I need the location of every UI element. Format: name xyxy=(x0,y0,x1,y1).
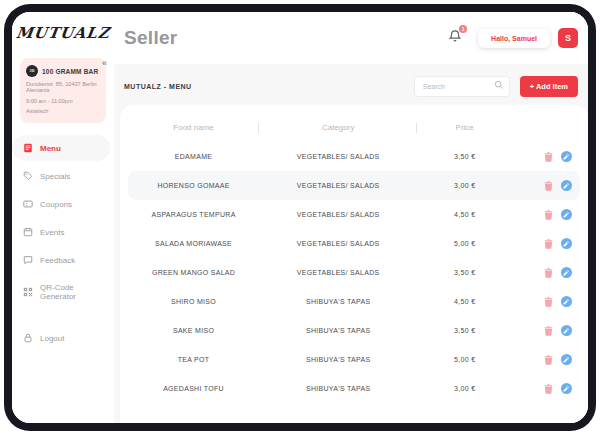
row-food-name: EDAMAME xyxy=(128,153,259,160)
column-header-category: Category xyxy=(259,119,417,136)
user-avatar[interactable]: S xyxy=(558,28,578,48)
sidebar-item-feedback[interactable]: Feedback xyxy=(12,247,110,273)
chat-icon xyxy=(23,255,33,265)
lock-icon xyxy=(23,333,33,343)
toolbar: MUTUALZ - MENU + Add Item xyxy=(114,64,588,105)
sidebar-collapse-icon[interactable]: « xyxy=(102,58,107,68)
restaurant-address: Dunckerstr. 85, 10437 Berlin Alemania xyxy=(26,81,100,95)
row-category: VEGETABLES/ SALADS xyxy=(259,211,417,218)
table-row[interactable]: TEA POT SHIBUYA'S TAPAS 5,00 € xyxy=(128,345,580,374)
row-price: 5,00 € xyxy=(417,240,512,247)
edit-pencil-icon xyxy=(563,270,569,276)
row-food-name: GREEN MANGO SALAD xyxy=(128,269,259,276)
edit-pencil-icon xyxy=(563,154,569,160)
sidebar: MUTUALZ « 100 100 GRAMM BAR Dunckerstr. … xyxy=(12,12,114,423)
sidebar-item-events[interactable]: Events xyxy=(12,219,110,245)
delete-icon[interactable] xyxy=(544,326,553,336)
edit-button[interactable] xyxy=(561,267,572,278)
brand-logo: MUTUALZ xyxy=(12,24,115,42)
row-food-name: AGEDASHI TOFU xyxy=(128,385,259,392)
delete-icon[interactable] xyxy=(544,152,553,162)
table-row[interactable]: SALADA MORIAWASE VEGETABLES/ SALADS 5,00… xyxy=(128,229,580,258)
main-area: Seller 1 Hallo, Samuel S MUTUALZ - MENU … xyxy=(114,12,588,423)
row-price: 3,50 € xyxy=(417,327,512,334)
sidebar-nav: Menu Specials Coupons Events Feedback QR… xyxy=(12,135,114,351)
table-row[interactable]: ASPARAGUS TEMPURA VEGETABLES/ SALADS 4,5… xyxy=(128,200,580,229)
row-actions xyxy=(512,325,580,336)
row-food-name: HORENSO GOMAAE xyxy=(128,182,259,189)
delete-icon[interactable] xyxy=(544,181,553,191)
row-food-name: TEA POT xyxy=(128,356,259,363)
row-price: 3,00 € xyxy=(417,182,512,189)
sidebar-item-label: QR-Code Generator xyxy=(40,283,110,301)
menu-icon xyxy=(23,143,33,153)
row-actions xyxy=(512,180,580,191)
table-row[interactable]: GREEN MANGO SALAD VEGETABLES/ SALADS 3,5… xyxy=(128,258,580,287)
table-row[interactable]: HORENSO GOMAAE VEGETABLES/ SALADS 3,00 € xyxy=(128,171,580,200)
table-header: Food name Category Price xyxy=(128,119,580,136)
row-category: VEGETABLES/ SALADS xyxy=(259,240,417,247)
edit-pencil-icon xyxy=(563,241,569,247)
add-item-button[interactable]: + Add Item xyxy=(520,76,578,97)
row-actions xyxy=(512,151,580,162)
edit-pencil-icon xyxy=(563,299,569,305)
edit-button[interactable] xyxy=(561,180,572,191)
user-greeting-button[interactable]: Hallo, Samuel xyxy=(478,29,550,48)
table-row[interactable]: AGEDASHI TOFU SHIBUYA'S TAPAS 3,00 € xyxy=(128,374,580,403)
row-food-name: SALADA MORIAWASE xyxy=(128,240,259,247)
edit-button[interactable] xyxy=(561,383,572,394)
row-price: 4,50 € xyxy=(417,211,512,218)
table-row[interactable]: EDAMAME VEGETABLES/ SALADS 3,50 € xyxy=(128,142,580,171)
sidebar-item-label: Specials xyxy=(40,172,70,181)
sidebar-item-qr-code-generator[interactable]: QR-Code Generator xyxy=(12,275,110,309)
column-header-actions xyxy=(512,119,580,136)
page-title: Seller xyxy=(124,27,448,49)
edit-button[interactable] xyxy=(561,209,572,220)
row-category: SHIBUYA'S TAPAS xyxy=(259,385,417,392)
sidebar-item-menu[interactable]: Menu xyxy=(12,135,110,161)
row-category: VEGETABLES/ SALADS xyxy=(259,182,417,189)
sidebar-item-label: Menu xyxy=(40,144,61,153)
delete-icon[interactable] xyxy=(544,210,553,220)
sidebar-item-logout[interactable]: Logout xyxy=(12,325,110,351)
row-category: VEGETABLES/ SALADS xyxy=(259,269,417,276)
delete-icon[interactable] xyxy=(544,355,553,365)
delete-icon[interactable] xyxy=(544,384,553,394)
edit-pencil-icon xyxy=(563,357,569,363)
edit-button[interactable] xyxy=(561,238,572,249)
notifications-button[interactable]: 1 xyxy=(448,29,462,47)
row-actions xyxy=(512,238,580,249)
tag-icon xyxy=(23,171,33,181)
edit-button[interactable] xyxy=(561,296,572,307)
sidebar-item-label: Logout xyxy=(40,334,64,343)
search-icon[interactable] xyxy=(494,80,504,90)
delete-icon[interactable] xyxy=(544,297,553,307)
row-price: 3,00 € xyxy=(417,385,512,392)
row-actions xyxy=(512,267,580,278)
business-card-header: 100 100 GRAMM BAR xyxy=(26,65,100,77)
edit-pencil-icon xyxy=(563,183,569,189)
row-category: SHIBUYA'S TAPAS xyxy=(259,356,417,363)
delete-icon[interactable] xyxy=(544,239,553,249)
app-window: MUTUALZ « 100 100 GRAMM BAR Dunckerstr. … xyxy=(12,12,588,423)
device-frame: MUTUALZ « 100 100 GRAMM BAR Dunckerstr. … xyxy=(4,4,596,431)
edit-button[interactable] xyxy=(561,354,572,365)
row-food-name: SAKE MISO xyxy=(128,327,259,334)
edit-pencil-icon xyxy=(563,386,569,392)
row-actions xyxy=(512,209,580,220)
sidebar-item-coupons[interactable]: Coupons xyxy=(12,191,110,217)
row-actions xyxy=(512,354,580,365)
row-food-name: ASPARAGUS TEMPURA xyxy=(128,211,259,218)
business-card[interactable]: 100 100 GRAMM BAR Dunckerstr. 85, 10437 … xyxy=(20,58,106,123)
delete-icon[interactable] xyxy=(544,268,553,278)
edit-button[interactable] xyxy=(561,151,572,162)
edit-pencil-icon xyxy=(563,212,569,218)
column-header-price: Price xyxy=(417,119,512,136)
breadcrumb: MUTUALZ - MENU xyxy=(124,83,414,90)
edit-button[interactable] xyxy=(561,325,572,336)
table-row[interactable]: SAKE MISO SHIBUYA'S TAPAS 3,50 € xyxy=(128,316,580,345)
table-row[interactable]: SHIRO MISO SHIBUYA'S TAPAS 4,50 € xyxy=(128,287,580,316)
restaurant-logo: 100 xyxy=(26,65,38,77)
row-price: 3,50 € xyxy=(417,153,512,160)
sidebar-item-specials[interactable]: Specials xyxy=(12,163,110,189)
